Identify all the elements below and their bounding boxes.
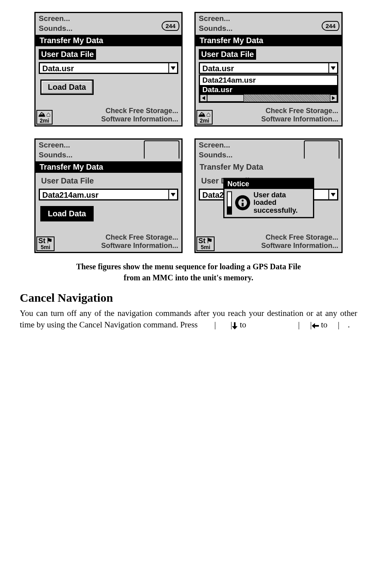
menu-check-storage[interactable]: Check Free Storage... (36, 107, 178, 115)
top-menu: Screen... Sounds... 244 (196, 13, 341, 35)
notice-text: User data loaded successfully. (253, 191, 310, 214)
chevron-down-icon[interactable] (328, 63, 337, 73)
scale-widget: St⚑ 5mi (36, 236, 55, 251)
scale-widget: ⛰⌂ 2mi (36, 110, 53, 125)
screen-2: Screen... Sounds... 244 Transfer My Data… (194, 12, 343, 127)
menu-item-sounds[interactable]: Sounds... (39, 24, 178, 34)
chevron-down-icon[interactable] (168, 190, 177, 199)
dropdown-list[interactable]: Data214am.usr Data.usr (199, 74, 338, 103)
file-dropdown[interactable]: Data214am.usr (39, 189, 178, 200)
file-dropdown[interactable]: Data.usr (39, 62, 178, 74)
menu-software-info[interactable]: Software Information... (196, 242, 338, 250)
body-paragraph: You can turn off any of the navigation c… (20, 308, 357, 331)
menu-check-storage[interactable]: Check Free Storage... (36, 233, 178, 242)
scale-widget: St⚑ 5mi (196, 236, 215, 251)
load-button[interactable]: Load Data (40, 79, 94, 95)
top-menu: Screen... Sounds... (36, 140, 181, 161)
dropdown-value: Data.usr (200, 63, 328, 73)
scroll-left-icon[interactable] (200, 95, 207, 102)
menu-check-storage[interactable]: Check Free Storage... (196, 107, 338, 115)
scroll-thumb[interactable] (207, 95, 244, 102)
menu-software-info[interactable]: Software Information... (36, 115, 178, 124)
screen-4: Screen... Sounds... Transfer My Data Use… (194, 138, 343, 253)
dropdown-value: Data.usr (40, 63, 168, 73)
bottom-menu: Check Free Storage... Software Informati… (196, 107, 341, 125)
arrow-left-icon (312, 323, 319, 329)
menu-item-screen[interactable]: Screen... (199, 14, 338, 24)
section-title: Transfer My Data (196, 35, 341, 46)
section-heading: Cancel Navigation (20, 291, 357, 304)
menu-software-info[interactable]: Software Information... (36, 242, 178, 250)
bottom-menu: Check Free Storage... Software Informati… (36, 107, 181, 125)
scale-widget: ⛰⌂ 2mi (196, 110, 213, 125)
load-button-highlighted[interactable]: Load Data (40, 206, 94, 221)
notice-dialog: Notice User data loaded successfully. (223, 178, 314, 218)
chevron-down-icon[interactable] (168, 63, 177, 73)
dropdown-option[interactable]: Data214am.usr (200, 76, 337, 85)
menu-check-storage[interactable]: Check Free Storage... (196, 233, 338, 242)
figure-caption: These figures show the menu sequence for… (30, 261, 347, 283)
empty-panel (304, 140, 339, 159)
user-data-label: User Data File (199, 49, 256, 60)
chevron-down-icon[interactable] (328, 190, 337, 199)
bottom-menu: Check Free Storage... Software Informati… (36, 233, 181, 252)
dropdown-option-selected[interactable]: Data.usr (200, 85, 337, 95)
arrow-down-icon (232, 322, 238, 329)
user-data-label: User Data File (39, 176, 96, 186)
info-icon (235, 195, 250, 210)
notice-title: Notice (224, 179, 313, 189)
file-dropdown[interactable]: Data.usr (199, 62, 338, 74)
top-menu: Screen... Sounds... (196, 140, 341, 161)
user-data-label: User Data File (39, 49, 96, 60)
badge-number: 244 (322, 21, 339, 31)
badge-number: 244 (162, 21, 179, 31)
dropdown-value: Data214am.usr (40, 190, 168, 199)
section-title: Transfer My Data (36, 35, 181, 46)
section-title: Transfer My Data (36, 161, 181, 173)
screen-1: Screen... Sounds... 244 Transfer My Data… (34, 12, 183, 127)
screen-3: Screen... Sounds... Transfer My Data Use… (34, 138, 183, 253)
empty-panel (144, 140, 179, 159)
menu-software-info[interactable]: Software Information... (196, 115, 338, 124)
menu-item-screen[interactable]: Screen... (39, 14, 178, 24)
scroll-right-icon[interactable] (330, 95, 337, 102)
bottom-menu: Check Free Storage... Software Informati… (196, 233, 341, 252)
section-title: Transfer My Data (196, 161, 341, 173)
top-menu: Screen... Sounds... 244 (36, 13, 181, 35)
battery-indicator (227, 191, 232, 214)
menu-item-sounds[interactable]: Sounds... (199, 24, 338, 34)
horizontal-scrollbar[interactable] (200, 95, 337, 102)
